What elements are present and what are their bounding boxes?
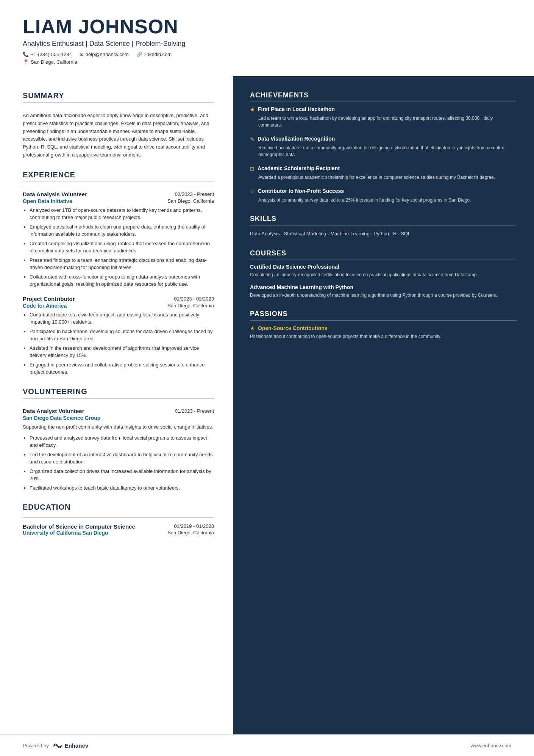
education-divider (23, 517, 214, 518)
candidate-tagline: Analytics Enthusiast | Data Science | Pr… (23, 40, 515, 48)
vol-org-1: San Diego Data Science Group (23, 415, 100, 421)
courses-title: COURSES (250, 249, 517, 260)
phone-number: +1-(234)-555-1234 (31, 52, 72, 57)
achievement-desc-3: Awarded a prestigious academic scholarsh… (258, 174, 517, 181)
summary-divider (23, 106, 214, 106)
achievement-item-3: ⊡ Academic Scholarship Recipient Awarded… (250, 165, 517, 181)
edu-school-1: University of California San Diego (23, 530, 108, 536)
course-desc-2: Developed an in-depth understanding of m… (250, 292, 517, 299)
list-item: Assisted in the research and development… (30, 344, 214, 359)
achievement-item-2: ✎ Data Visualization Recognition Receive… (250, 135, 517, 158)
footer-right: www.enhancv.com (471, 743, 511, 748)
edu-header-1: Bachelor of Science in Computer Science … (23, 523, 214, 530)
candidate-name: LIAM JOHNSON (23, 15, 515, 38)
list-item: Engaged in peer reviews and collaborativ… (30, 361, 214, 376)
exp-date-1: 02/2023 - Present (175, 191, 214, 197)
passions-section: PASSIONS ★ Open-Source Contributions Pas… (250, 310, 517, 340)
exp-desc-1: Analyzed over 1TB of open-source dataset… (23, 207, 214, 288)
list-item: Employed statistical methods to clean an… (30, 223, 214, 238)
achievement-icon-1: ★ (250, 106, 255, 113)
exp-header-1: Data Analysis Volunteer 02/2023 - Presen… (23, 191, 214, 197)
achievement-icon-3: ⊡ (250, 166, 255, 172)
exp-desc-2: Contributed code to a civic tech project… (23, 311, 214, 376)
course-item-2: Advanced Machine Learning with Python De… (250, 284, 517, 299)
achievement-title-2: Data Visualization Recognition (258, 135, 335, 142)
email-item: ✉ help@enhancv.com (80, 52, 129, 57)
exp-org-2: Code for America (23, 303, 67, 309)
passion-item-1: ★ Open-Source Contributions Passionate a… (250, 324, 517, 340)
achievement-item-4: ☆ Contributor to Non-Profit Success Anal… (250, 188, 517, 203)
education-title: EDUCATION (23, 503, 214, 514)
passion-desc-1: Passionate about contributing to open-so… (250, 333, 517, 340)
achievement-desc-2: Received accolades from a community orga… (258, 144, 517, 158)
resume-footer: Powered by Enhancv www.enhancv.com (0, 734, 534, 756)
passions-title: PASSIONS (250, 310, 517, 321)
resume-body: SUMMARY An ambitious data aficionado eag… (0, 76, 534, 734)
achievements-title: ACHIEVEMENTS (250, 91, 517, 102)
exp-entry-2: Project Contributor 01/2023 - 02/2023 Co… (23, 296, 214, 376)
vol-intro-1: Supporting the non-profit community with… (23, 423, 214, 431)
edu-degree-1: Bachelor of Science in Computer Science (23, 523, 135, 530)
experience-section: EXPERIENCE Data Analysis Volunteer 02/20… (23, 171, 214, 376)
volunteering-divider (23, 402, 214, 402)
achievement-title-3: Academic Scholarship Recipient (258, 165, 340, 172)
location-icon: 📍 (23, 59, 29, 65)
passion-title-1: Open-Source Contributions (258, 325, 328, 331)
list-item: Led the development of an interactive da… (30, 451, 214, 466)
resume-header: LIAM JOHNSON Analytics Enthusiast | Data… (0, 0, 534, 76)
course-item-1: Certified Data Science Professional Comp… (250, 264, 517, 278)
vol-entry-1: Data Analyst Volunteer 01/2023 - Present… (23, 408, 214, 491)
achievement-desc-4: Analysis of community survey data led to… (258, 197, 517, 203)
list-item: Collaborated with cross-functional group… (30, 273, 214, 288)
achievement-title-line-1: ★ First Place in Local Hackathon (250, 106, 517, 113)
right-column: ACHIEVEMENTS ★ First Place in Local Hack… (233, 76, 534, 734)
achievements-section: ACHIEVEMENTS ★ First Place in Local Hack… (250, 91, 517, 203)
achievement-title-1: First Place in Local Hackathon (258, 106, 335, 113)
list-item: Facilitated workshops to teach basic dat… (30, 484, 214, 492)
linkedin-item: 🔗 linkedin.com (136, 52, 172, 57)
phone-icon: 📞 (23, 52, 29, 57)
footer-website: www.enhancv.com (471, 743, 511, 748)
vol-bullets-1: Processed and analyzed survey data from … (23, 434, 214, 492)
list-item: Analyzed over 1TB of open-source dataset… (30, 207, 214, 221)
linkedin-url: linkedin.com (144, 52, 172, 57)
achievement-icon-2: ✎ (250, 136, 255, 142)
left-column: SUMMARY An ambitious data aficionado eag… (0, 76, 233, 734)
footer-left: Powered by Enhancv (23, 742, 88, 749)
experience-divider (23, 185, 214, 185)
achievement-title-line-3: ⊡ Academic Scholarship Recipient (250, 165, 517, 172)
achievement-item-1: ★ First Place in Local Hackathon Led a t… (250, 106, 517, 128)
edu-school-line-1: University of California San Diego San D… (23, 530, 214, 536)
vol-date-1: 01/2023 - Present (175, 408, 214, 414)
summary-title: SUMMARY (23, 91, 214, 103)
enhancv-logo-icon (52, 742, 63, 749)
exp-location-1: San Diego, California (167, 198, 214, 204)
experience-title: EXPERIENCE (23, 171, 214, 182)
contact-line: 📞 +1-(234)-555-1234 ✉ help@enhancv.com 🔗… (23, 52, 515, 57)
skills-text: Data Analysis · Statistical Modeling · M… (250, 229, 517, 238)
volunteering-title: VOLUNTEERING (23, 387, 214, 399)
exp-org-1: Open Data Initiative (23, 198, 72, 204)
summary-text: An ambitious data aficionado eager to ap… (23, 112, 214, 159)
course-desc-1: Completing an industry-recognized certif… (250, 271, 517, 278)
achievement-title-4: Contributor to Non-Profit Success (258, 188, 344, 194)
passion-title-line-1: ★ Open-Source Contributions (250, 324, 517, 332)
exp-org-line-2: Code for America San Diego, California (23, 303, 214, 309)
list-item: Processed and analyzed survey data from … (30, 434, 214, 449)
exp-date-2: 01/2023 - 02/2023 (174, 296, 214, 302)
achievement-icon-4: ☆ (250, 188, 255, 195)
vol-title-1: Data Analyst Volunteer (23, 408, 84, 414)
email-icon: ✉ (80, 52, 84, 57)
achievement-title-line-4: ☆ Contributor to Non-Profit Success (250, 188, 517, 195)
volunteering-section: VOLUNTEERING Data Analyst Volunteer 01/2… (23, 387, 214, 491)
list-item: Created compelling visualizations using … (30, 240, 214, 255)
edu-date-1: 01/2019 - 01/2023 (174, 523, 214, 530)
list-item: Organized data collection drives that in… (30, 468, 214, 482)
list-item: Participated in hackathons, developing s… (30, 328, 214, 343)
resume-wrapper: LIAM JOHNSON Analytics Enthusiast | Data… (0, 0, 534, 756)
enhancv-brand: Enhancv (65, 742, 89, 749)
location-text: San Diego, California (31, 59, 77, 65)
exp-title-1: Data Analysis Volunteer (23, 191, 87, 197)
powered-by-text: Powered by (23, 743, 49, 748)
passion-icon-1: ★ (250, 325, 255, 332)
